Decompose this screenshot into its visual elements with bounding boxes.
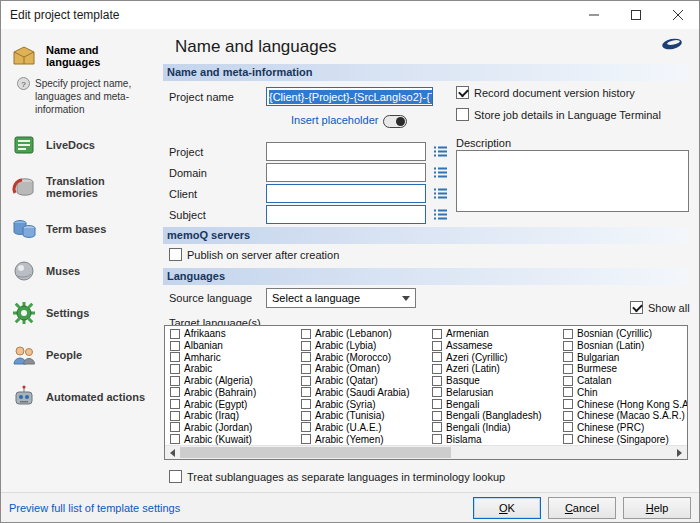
language-option[interactable]: Chinese (Singapore): [563, 433, 687, 445]
language-option[interactable]: Arabic (Syria): [301, 398, 432, 410]
sidebar-item-settings[interactable]: Settings: [1, 292, 153, 334]
language-option[interactable]: Armenian: [432, 328, 563, 340]
language-option[interactable]: Bengali: [432, 398, 563, 410]
sidebar-item-livedocs[interactable]: LiveDocs: [1, 124, 153, 166]
sidebar-item-automated-actions[interactable]: Automated actions: [1, 376, 153, 418]
language-option[interactable]: Azeri (Latin): [432, 363, 563, 375]
checkbox-unchecked-icon: [563, 399, 573, 409]
insert-placeholder-link[interactable]: Insert placeholder: [291, 114, 378, 126]
insert-placeholder-toggle[interactable]: [383, 115, 407, 128]
language-option[interactable]: Bulgarian: [563, 351, 687, 363]
sidebar-item-label: LiveDocs: [46, 139, 95, 151]
checkbox-unchecked-icon: [563, 341, 573, 351]
language-option[interactable]: Arabic (Morocco): [301, 351, 432, 363]
language-option[interactable]: Arabic (Lybia): [301, 340, 432, 352]
language-option[interactable]: Albanian: [170, 340, 301, 352]
language-option[interactable]: Arabic (Jordan): [170, 422, 301, 434]
language-option[interactable]: Bosnian (Latin): [563, 340, 687, 352]
sidebar-item-term-bases[interactable]: Term bases: [1, 208, 153, 250]
preview-template-settings-link[interactable]: Preview full list of template settings: [9, 502, 180, 514]
language-option[interactable]: Belarusian: [432, 387, 563, 399]
client-label: Client: [169, 188, 197, 200]
info-icon: ?: [17, 77, 30, 116]
store-job-details-checkbox[interactable]: Store job details in Language Terminal: [456, 108, 661, 121]
sidebar-item-label: Translation memories: [46, 175, 147, 199]
language-option[interactable]: Amharic: [170, 351, 301, 363]
language-option[interactable]: Arabic (Lebanon): [301, 328, 432, 340]
show-all-checkbox[interactable]: Show all: [630, 301, 690, 314]
project-name-input[interactable]: {Client}-{Project}-{SrcLangIso2}-{TrgL: [266, 87, 433, 106]
project-pick-list-button[interactable]: [431, 142, 449, 160]
language-option[interactable]: Bengali (India): [432, 422, 563, 434]
close-button[interactable]: [657, 1, 699, 29]
language-option[interactable]: Bosnian (Cyrillic): [563, 328, 687, 340]
language-label: Arabic (Tunisia): [315, 410, 385, 421]
language-option[interactable]: Arabic (Algeria): [170, 375, 301, 387]
sidebar-item-label: Settings: [46, 307, 89, 319]
list-icon: [433, 208, 448, 221]
language-option[interactable]: Basque: [432, 375, 563, 387]
language-label: Chinese (Hong Kong S.A.R.): [577, 399, 687, 410]
language-option[interactable]: Arabic (Saudi Arabia): [301, 387, 432, 399]
language-option[interactable]: Chinese (PRC): [563, 422, 687, 434]
language-label: Bengali (India): [446, 422, 510, 433]
scrollbar-track[interactable]: [180, 446, 672, 459]
checkbox-unchecked-icon: [563, 376, 573, 386]
language-option[interactable]: Afrikaans: [170, 328, 301, 340]
help-button[interactable]: Help: [623, 497, 691, 519]
subject-pick-list-button[interactable]: [431, 205, 449, 223]
list-icon: [433, 187, 448, 200]
project-input[interactable]: [266, 142, 426, 161]
domain-input[interactable]: [266, 163, 426, 182]
language-option[interactable]: Catalan: [563, 375, 687, 387]
language-option[interactable]: Bislama: [432, 433, 563, 445]
scroll-right-button[interactable]: [672, 446, 687, 459]
language-option[interactable]: Burmese: [563, 363, 687, 375]
minimize-button[interactable]: [573, 1, 615, 29]
language-option[interactable]: Arabic (Qatar): [301, 375, 432, 387]
language-option[interactable]: Assamese: [432, 340, 563, 352]
scroll-left-button[interactable]: [165, 446, 180, 459]
publish-on-server-checkbox[interactable]: Publish on server after creation: [169, 248, 339, 261]
description-textarea[interactable]: [456, 150, 689, 212]
language-option[interactable]: Arabic: [170, 363, 301, 375]
source-language-dropdown[interactable]: Select a language: [266, 288, 416, 308]
language-option[interactable]: Arabic (Yemen): [301, 433, 432, 445]
language-option[interactable]: Arabic (Tunisia): [301, 410, 432, 422]
language-option[interactable]: Arabic (U.A.E.): [301, 422, 432, 434]
main-panel: Name and languages Name and meta-informa…: [153, 29, 699, 492]
subject-input[interactable]: [266, 205, 426, 224]
language-label: Bislama: [446, 434, 482, 445]
scrollbar-thumb[interactable]: [180, 447, 451, 458]
language-option[interactable]: Arabic (Kuwait): [170, 433, 301, 445]
language-label: Afrikaans: [184, 328, 226, 339]
language-option[interactable]: Arabic (Oman): [301, 363, 432, 375]
horizontal-scrollbar[interactable]: [165, 445, 687, 459]
ok-button[interactable]: OK: [473, 497, 541, 519]
checkbox-unchecked-icon: [169, 470, 182, 483]
svg-text:?: ?: [21, 80, 26, 89]
domain-pick-list-button[interactable]: [431, 163, 449, 181]
client-pick-list-button[interactable]: [431, 184, 449, 202]
sidebar-item-people[interactable]: People: [1, 334, 153, 376]
sidebar-item-name-and-languages[interactable]: Name and languages: [1, 35, 153, 77]
maximize-button[interactable]: [615, 1, 657, 29]
language-option[interactable]: Chin: [563, 387, 687, 399]
language-option[interactable]: Bengali (Bangladesh): [432, 410, 563, 422]
treat-sublanguages-checkbox[interactable]: Treat sublanguages as separate languages…: [169, 470, 505, 483]
target-languages-listbox[interactable]: Afrikaans Albanian Amharic Arabic Arabic…: [164, 325, 688, 460]
sidebar-item-muses[interactable]: Muses: [1, 250, 153, 292]
language-option[interactable]: Chinese (Macao S.A.R.): [563, 410, 687, 422]
language-option[interactable]: Arabic (Egypt): [170, 398, 301, 410]
language-option[interactable]: Azeri (Cyrillic): [432, 351, 563, 363]
client-input[interactable]: [266, 184, 426, 203]
language-option[interactable]: Chinese (Hong Kong S.A.R.): [563, 398, 687, 410]
record-version-history-checkbox[interactable]: Record document version history: [456, 86, 635, 99]
cancel-button[interactable]: Cancel: [548, 497, 616, 519]
checkbox-unchecked-icon: [170, 387, 180, 397]
language-label: Bulgarian: [577, 352, 619, 363]
checkbox-unchecked-icon: [301, 434, 311, 444]
sidebar-item-translation-memories[interactable]: Translation memories: [1, 166, 153, 208]
language-option[interactable]: Arabic (Iraq): [170, 410, 301, 422]
language-option[interactable]: Arabic (Bahrain): [170, 387, 301, 399]
